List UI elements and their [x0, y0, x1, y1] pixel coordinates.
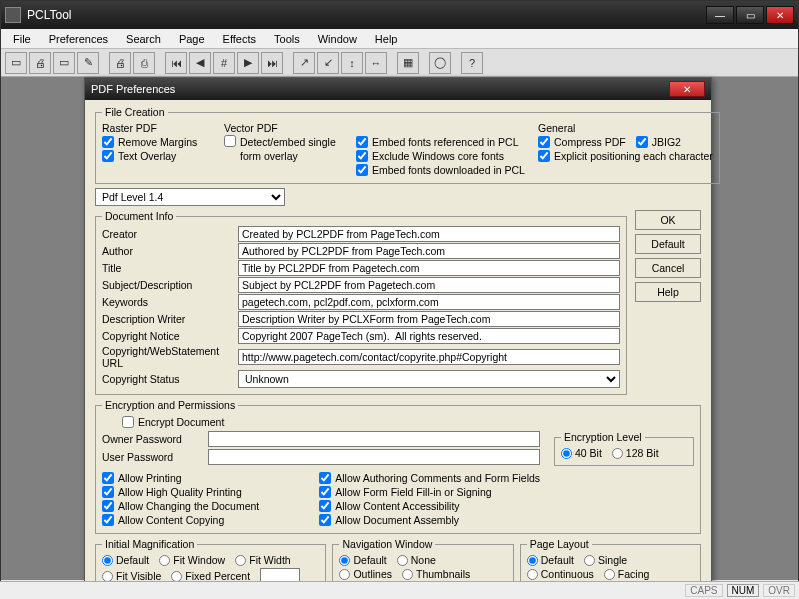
- close-button[interactable]: ✕: [766, 6, 794, 24]
- nav-none-radio[interactable]: [397, 555, 408, 566]
- toolbar-button-b[interactable]: ↙: [317, 52, 339, 74]
- nav-thumbnails-radio[interactable]: [402, 569, 413, 580]
- text-overlay-checkbox[interactable]: [102, 150, 114, 162]
- default-button[interactable]: Default: [635, 234, 701, 254]
- mag-fitwidth-radio[interactable]: [235, 555, 246, 566]
- toolbar-button-1[interactable]: ▭: [5, 52, 27, 74]
- layout-default-radio[interactable]: [527, 555, 538, 566]
- menu-help[interactable]: Help: [367, 31, 406, 47]
- general-head: General: [538, 122, 713, 134]
- remove-margins-checkbox[interactable]: [102, 136, 114, 148]
- help-button[interactable]: Help: [635, 282, 701, 302]
- enc-128bit-radio[interactable]: [612, 448, 623, 459]
- ok-button[interactable]: OK: [635, 210, 701, 230]
- document-info-group: Document Info Creator Author Title Subje…: [95, 210, 627, 395]
- jbig2-checkbox[interactable]: [636, 136, 648, 148]
- menu-search[interactable]: Search: [118, 31, 169, 47]
- menu-tools[interactable]: Tools: [266, 31, 308, 47]
- menu-file[interactable]: File: [5, 31, 39, 47]
- menu-window[interactable]: Window: [310, 31, 365, 47]
- status-caps: CAPS: [685, 584, 722, 597]
- allow-authoring-checkbox[interactable]: [319, 472, 331, 484]
- allow-change-checkbox[interactable]: [102, 500, 114, 512]
- user-password-input[interactable]: [208, 449, 540, 465]
- toolbar-button-6[interactable]: ⎙: [133, 52, 155, 74]
- dialog-title: PDF Preferences: [91, 83, 669, 95]
- menu-effects[interactable]: Effects: [215, 31, 264, 47]
- allow-access-checkbox[interactable]: [319, 500, 331, 512]
- toolbar-button-2[interactable]: 🖨: [29, 52, 51, 74]
- first-page-button[interactable]: ⏮: [165, 52, 187, 74]
- toolbar-help-button[interactable]: ?: [461, 52, 483, 74]
- creator-input[interactable]: [238, 226, 620, 242]
- author-input[interactable]: [238, 243, 620, 259]
- owner-password-input[interactable]: [208, 431, 540, 447]
- layout-continuous-radio[interactable]: [527, 569, 538, 580]
- toolbar-button-c[interactable]: ↕: [341, 52, 363, 74]
- statusbar: CAPS NUM OVR: [0, 581, 799, 599]
- embed-down-checkbox[interactable]: [356, 164, 368, 176]
- status-ovr: OVR: [763, 584, 795, 597]
- minimize-button[interactable]: —: [706, 6, 734, 24]
- explicit-pos-checkbox[interactable]: [538, 150, 550, 162]
- mag-fitwindow-radio[interactable]: [159, 555, 170, 566]
- exclude-core-checkbox[interactable]: [356, 150, 368, 162]
- app-title: PCLTool: [27, 8, 706, 22]
- allow-printing-checkbox[interactable]: [102, 472, 114, 484]
- layout-single-radio[interactable]: [584, 555, 595, 566]
- embed-ref-checkbox[interactable]: [356, 136, 368, 148]
- nav-outlines-radio[interactable]: [339, 569, 350, 580]
- mag-fitvisible-radio[interactable]: [102, 571, 113, 582]
- descwriter-input[interactable]: [238, 311, 620, 327]
- toolbar-button-5[interactable]: 🖨: [109, 52, 131, 74]
- encryption-group: Encryption and Permissions Encrypt Docum…: [95, 399, 701, 534]
- layout-facing-radio[interactable]: [604, 569, 615, 580]
- copynotice-input[interactable]: [238, 328, 620, 344]
- encryption-legend: Encryption and Permissions: [102, 399, 238, 411]
- main-titlebar: PCLTool — ▭ ✕: [1, 1, 798, 29]
- allow-copy-checkbox[interactable]: [102, 514, 114, 526]
- allow-assembly-checkbox[interactable]: [319, 514, 331, 526]
- copystatus-select[interactable]: Unknown: [238, 370, 620, 388]
- content-area: PDF Preferences ✕ File Creation Raster P…: [1, 77, 798, 580]
- compress-pdf-checkbox[interactable]: [538, 136, 550, 148]
- toolbar-button-f[interactable]: ◯: [429, 52, 451, 74]
- nav-default-radio[interactable]: [339, 555, 350, 566]
- keywords-input[interactable]: [238, 294, 620, 310]
- next-page-button[interactable]: ▶: [237, 52, 259, 74]
- allow-fill-checkbox[interactable]: [319, 486, 331, 498]
- pdf-level-select[interactable]: Pdf Level 1.4: [95, 188, 285, 206]
- title-input[interactable]: [238, 260, 620, 276]
- toolbar-button-e[interactable]: ▦: [397, 52, 419, 74]
- pdf-preferences-dialog: PDF Preferences ✕ File Creation Raster P…: [84, 77, 712, 599]
- file-creation-legend: File Creation: [102, 106, 168, 118]
- menu-preferences[interactable]: Preferences: [41, 31, 116, 47]
- subject-input[interactable]: [238, 277, 620, 293]
- vector-pdf-head: Vector PDF: [224, 122, 344, 134]
- app-icon: [5, 7, 21, 23]
- mag-default-radio[interactable]: [102, 555, 113, 566]
- menubar: File Preferences Search Page Effects Too…: [1, 29, 798, 49]
- cancel-button[interactable]: Cancel: [635, 258, 701, 278]
- encrypt-doc-checkbox[interactable]: [122, 416, 134, 428]
- toolbar-button-3[interactable]: ▭: [53, 52, 75, 74]
- prev-page-button[interactable]: ◀: [189, 52, 211, 74]
- goto-page-button[interactable]: #: [213, 52, 235, 74]
- copyurl-input[interactable]: [238, 349, 620, 365]
- enc-40bit-radio[interactable]: [561, 448, 572, 459]
- last-page-button[interactable]: ⏭: [261, 52, 283, 74]
- raster-pdf-head: Raster PDF: [102, 122, 212, 134]
- document-info-legend: Document Info: [102, 210, 176, 222]
- menu-page[interactable]: Page: [171, 31, 213, 47]
- file-creation-group: File Creation Raster PDF Remove Margins …: [95, 106, 720, 184]
- maximize-button[interactable]: ▭: [736, 6, 764, 24]
- toolbar-button-a[interactable]: ↗: [293, 52, 315, 74]
- allow-hq-checkbox[interactable]: [102, 486, 114, 498]
- toolbar-button-4[interactable]: ✎: [77, 52, 99, 74]
- toolbar-button-d[interactable]: ↔: [365, 52, 387, 74]
- dialog-close-button[interactable]: ✕: [669, 81, 705, 97]
- detect-embed-checkbox[interactable]: [224, 135, 236, 147]
- encryption-level-group: Encryption Level 40 Bit 128 Bit: [554, 431, 694, 466]
- mag-fixed-radio[interactable]: [171, 571, 182, 582]
- status-num: NUM: [727, 584, 760, 597]
